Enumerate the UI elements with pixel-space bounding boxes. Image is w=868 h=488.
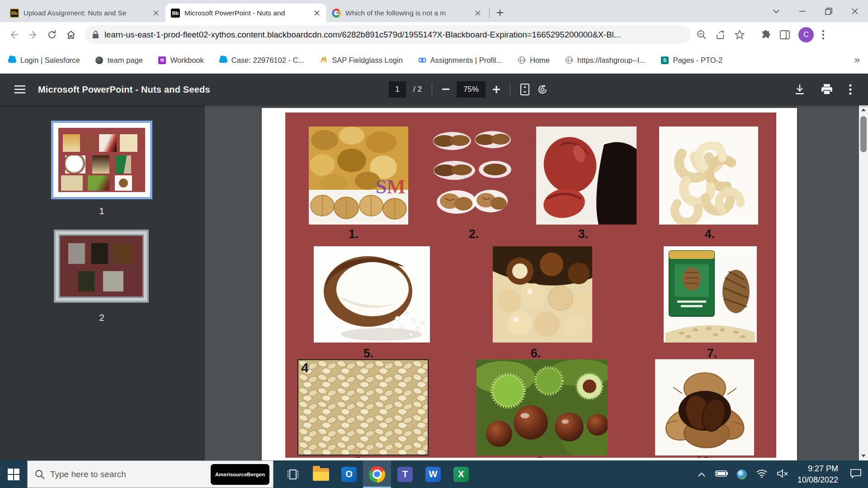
pdf-page-controls: 1 / 2 75% <box>389 81 548 98</box>
home-button[interactable] <box>61 25 80 44</box>
vpn-globe-icon[interactable] <box>737 469 747 479</box>
vertical-scrollbar[interactable] <box>859 105 868 460</box>
file-explorer-button[interactable] <box>307 460 335 488</box>
fit-to-page-button[interactable] <box>520 84 529 95</box>
tab-search-chevron-icon[interactable] <box>763 0 789 22</box>
salesforce-cloud-icon <box>8 56 16 64</box>
forward-button[interactable] <box>24 25 42 44</box>
bookmarks-overflow-chevron[interactable]: » <box>854 54 860 66</box>
pdf-thumbnail-sidebar: 1 2 <box>0 105 205 460</box>
figure-pecans <box>432 130 513 220</box>
windows-taskbar: AmerisourceBergen O T W X <box>0 460 868 488</box>
wifi-icon[interactable] <box>756 469 768 480</box>
system-tray: 9:27 PM 10/08/2022 <box>698 460 868 488</box>
tab-upload-assignment[interactable]: Bb Upload Assignment: Nuts and Se <box>5 4 165 22</box>
tab-close-icon[interactable] <box>312 8 322 18</box>
figure-peanuts: 4 <box>297 359 429 455</box>
bookmark-case[interactable]: Case: 22976102 - C... <box>219 56 304 65</box>
bookmark-label: Case: 22976102 - C... <box>231 56 304 65</box>
bookmark-label: Home <box>530 56 550 65</box>
tray-chevron-up-icon[interactable] <box>698 470 705 479</box>
bookmark-pages-pto[interactable]: S Pages - PTO-2 <box>660 56 722 65</box>
teams-icon: T <box>397 467 413 482</box>
page-number-input[interactable]: 1 <box>389 81 406 98</box>
download-button[interactable] <box>795 84 805 95</box>
new-tab-button[interactable] <box>493 6 507 19</box>
tab-title: Microsoft PowerPoint - Nuts and <box>184 9 312 17</box>
bookmark-home[interactable]: Home <box>518 56 550 65</box>
bookmark-workbook[interactable]: N Workbook <box>158 56 204 65</box>
reload-button[interactable] <box>42 25 61 44</box>
battery-icon[interactable] <box>714 470 728 479</box>
tab-title: Which of the following is not a m <box>345 9 473 17</box>
tab-close-icon[interactable] <box>473 8 483 18</box>
bookmark-login-salesforce[interactable]: Login | Salesforce <box>8 56 80 65</box>
taskbar-search-box[interactable]: AmerisourceBergen <box>27 460 274 488</box>
task-view-button[interactable] <box>279 460 307 488</box>
page-thumbnail-2[interactable] <box>54 230 149 303</box>
bookmark-sap-fieldglass[interactable]: SAP Fieldglass Login <box>320 56 403 65</box>
zoom-out-button[interactable] <box>442 89 449 90</box>
profile-avatar[interactable]: C <box>798 27 814 42</box>
browser-menu-icon[interactable] <box>822 29 825 40</box>
figure-number: 3. <box>578 227 589 241</box>
figure-walnuts: SM <box>309 127 408 225</box>
page-thumbnail-1[interactable] <box>51 121 152 199</box>
thumbnail-slide-preview <box>57 127 146 193</box>
action-center-icon[interactable] <box>850 469 862 480</box>
start-button[interactable] <box>0 460 27 488</box>
minimize-button[interactable] <box>789 0 816 22</box>
tab-separator <box>489 8 490 19</box>
close-window-button[interactable] <box>842 0 868 22</box>
taskbar-clock[interactable]: 9:27 PM 10/08/2022 <box>797 463 838 486</box>
tab-google-search[interactable]: Which of the following is not a m <box>326 4 487 22</box>
links-icon <box>418 56 426 64</box>
folder-icon <box>313 468 329 481</box>
print-button[interactable] <box>821 84 833 95</box>
tab-powerpoint-pdf[interactable]: Bb Microsoft PowerPoint - Nuts and <box>165 4 326 22</box>
chrome-button-active[interactable] <box>363 460 391 488</box>
rotate-button[interactable] <box>537 84 548 95</box>
bookmark-team-page[interactable]: team page <box>95 56 143 65</box>
bookmark-lashgroup[interactable]: https://lashgroup--l... <box>565 56 645 65</box>
extensions-icon[interactable] <box>760 29 771 41</box>
outlook-icon: O <box>341 467 357 482</box>
page-total-label: / 2 <box>413 85 422 94</box>
bookmark-assignments[interactable]: Assignments | Profil... <box>418 56 502 65</box>
restore-button[interactable] <box>816 0 842 22</box>
onenote-icon: N <box>158 56 166 64</box>
figure-overlay-number: 4 <box>301 360 309 375</box>
salesforce-cloud-icon <box>219 56 227 64</box>
clock-date: 10/08/2022 <box>797 474 838 486</box>
scroll-up-icon[interactable] <box>859 105 868 114</box>
outlook-button[interactable]: O <box>335 460 363 488</box>
teams-button[interactable]: T <box>391 460 419 488</box>
window-controls <box>763 0 868 22</box>
thumbnail-page-number: 1 <box>88 206 115 216</box>
url-text: learn-us-east-1-prod-fleet02-xythos.cont… <box>104 30 621 40</box>
share-icon[interactable] <box>715 29 726 40</box>
windows-logo-icon <box>8 469 19 480</box>
zoom-level-input[interactable]: 75% <box>457 81 486 98</box>
figure-number: 1. <box>349 227 359 241</box>
bookmark-star-icon[interactable] <box>734 29 745 40</box>
scroll-down-icon[interactable] <box>859 451 868 460</box>
side-panel-icon[interactable] <box>779 29 790 40</box>
excel-button[interactable]: X <box>447 460 475 488</box>
watermark-text: SM <box>376 175 406 198</box>
zoom-out-indicator-icon[interactable] <box>696 29 707 40</box>
back-button[interactable] <box>5 25 24 44</box>
search-input[interactable] <box>50 469 205 479</box>
zoom-in-button[interactable] <box>493 86 500 93</box>
address-bar[interactable]: learn-us-east-1-prod-fleet02-xythos.cont… <box>85 25 691 44</box>
menu-hamburger-icon[interactable] <box>14 85 25 94</box>
pdf-more-options-icon[interactable] <box>849 84 852 95</box>
scrollbar-thumb[interactable] <box>860 116 867 152</box>
search-icon <box>35 469 45 479</box>
figure-number: 9. <box>537 455 547 458</box>
pdf-document-title: Microsoft PowerPoint - Nuts and Seeds <box>38 84 210 95</box>
tab-close-icon[interactable] <box>151 8 161 18</box>
word-button[interactable]: W <box>419 460 447 488</box>
figure-number: 10. <box>696 455 713 458</box>
volume-muted-icon[interactable] <box>777 469 788 480</box>
